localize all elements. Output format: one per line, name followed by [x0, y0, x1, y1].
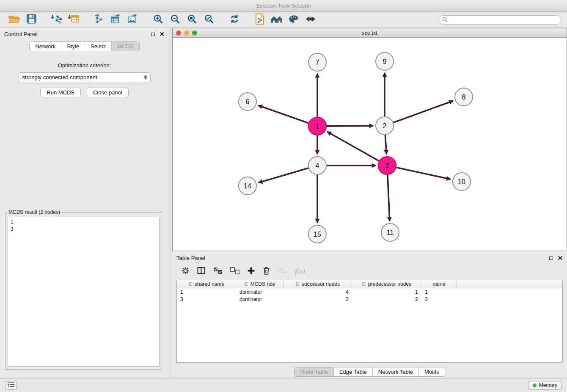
network-document-icon [255, 14, 265, 26]
tab-style[interactable]: Style [61, 42, 85, 51]
graph-edge-1-2[interactable] [327, 126, 373, 126]
graph-edge-3-10[interactable] [396, 168, 451, 179]
network-document-button[interactable] [251, 13, 268, 27]
import-table-button[interactable] [65, 13, 82, 27]
table-panel-title: Table Panel [176, 255, 205, 261]
tab-motifs[interactable]: Motifs [418, 367, 445, 376]
refresh-view-button[interactable] [226, 13, 243, 27]
cell-successor-nodes[interactable]: 4 [284, 289, 352, 295]
delete-table-icon [278, 267, 287, 276]
graph-edge-4-14[interactable] [259, 168, 308, 182]
network-canvas[interactable]: 1234678910111415 [173, 38, 567, 251]
table-settings-gear-icon[interactable] [182, 267, 190, 276]
import-network-button[interactable] [48, 13, 65, 27]
network-view-window: scc.txt × − + 1234678910111415 [172, 28, 567, 251]
float-panel-icon[interactable] [151, 33, 155, 36]
cell-name[interactable]: 1 [421, 289, 457, 295]
column-header-successor-nodes[interactable]: successor nodes [284, 280, 352, 288]
cell-mcds-role[interactable]: dominator [236, 296, 284, 302]
column-header-mcds-role[interactable]: MCDS role [236, 280, 284, 288]
result-line: 3 [11, 226, 157, 233]
zoom-out-button[interactable] [167, 13, 184, 27]
visual-styles-button[interactable] [285, 13, 302, 27]
tab-mcds[interactable]: MCDS [111, 42, 139, 51]
search-input[interactable] [450, 17, 557, 23]
cell-predecessor-nodes[interactable]: 1 [352, 289, 421, 295]
show-graphics-details-button[interactable] [302, 13, 319, 27]
network-window-titlebar[interactable]: scc.txt × − + [173, 28, 567, 38]
close-window-icon[interactable]: × [176, 30, 181, 36]
close-table-panel-icon[interactable]: ✕ [557, 256, 563, 260]
deselect-all-rows-icon[interactable] [230, 267, 239, 276]
export-image-icon [127, 14, 139, 26]
delete-column-icon[interactable] [263, 267, 270, 276]
export-network-icon [93, 14, 105, 26]
table-row[interactable]: 1 dominator 4 1 1 [177, 288, 562, 295]
column-edit-icon [188, 282, 193, 286]
column-edit-icon [295, 282, 300, 286]
column-edit-icon [244, 282, 249, 286]
import-table-icon [68, 14, 80, 26]
column-header-predecessor-nodes[interactable]: predecessor nodes [352, 280, 421, 288]
graph-edge-3-11[interactable] [388, 175, 390, 221]
cell-predecessor-nodes[interactable]: 2 [352, 296, 421, 302]
memory-button[interactable]: Memory [528, 381, 562, 390]
graph-node-label: 4 [316, 162, 319, 169]
export-image-button[interactable] [124, 13, 141, 27]
save-session-button[interactable] [23, 13, 40, 27]
table-row[interactable]: 3 dominator 3 2 3 [177, 295, 562, 303]
criterion-dropdown-value: strongly connected component [22, 74, 97, 80]
export-network-button[interactable] [91, 13, 107, 27]
cell-successor-nodes[interactable]: 3 [284, 296, 352, 302]
first-neighbors-button[interactable] [268, 13, 285, 27]
float-table-panel-icon[interactable] [549, 257, 553, 260]
cell-mcds-role[interactable]: dominator [236, 289, 284, 295]
select-all-rows-icon[interactable] [213, 267, 223, 276]
zoom-selected-button[interactable] [201, 13, 217, 27]
palette-icon [289, 15, 299, 25]
export-table-button[interactable] [107, 13, 124, 27]
mcds-result-text[interactable]: 1 3 [8, 217, 160, 367]
graph-node-label: 10 [458, 178, 465, 185]
network-graph[interactable]: 1234678910111415 [173, 38, 567, 251]
network-window-title: scc.txt [173, 30, 567, 36]
graph-edge-3-1[interactable] [328, 132, 379, 161]
zoom-in-button[interactable] [150, 13, 167, 27]
task-history-button[interactable] [5, 381, 17, 390]
close-panel-icon[interactable]: ✕ [159, 32, 165, 36]
houses-icon [270, 14, 283, 25]
zoom-out-icon [170, 14, 180, 26]
cell-name[interactable]: 3 [421, 296, 457, 302]
cell-shared-name[interactable]: 1 [177, 289, 236, 295]
status-bar: Memory [0, 378, 567, 392]
add-column-icon[interactable] [247, 267, 255, 276]
tab-edge-table[interactable]: Edge Table [333, 367, 372, 376]
table-panel-tabs: Node Table Edge Table Network Table Moti… [172, 365, 567, 378]
column-header-shared-name[interactable]: shared name [177, 280, 236, 288]
mcds-result-box: MCDS result (2 nodes) 1 3 [5, 209, 162, 370]
column-header-name[interactable]: name [421, 280, 457, 288]
split-column-icon[interactable] [197, 267, 206, 276]
graph-node-label: 11 [387, 229, 394, 236]
close-panel-button[interactable]: Close panel [87, 88, 129, 97]
criterion-dropdown[interactable]: strongly connected component [19, 72, 151, 82]
memory-status-icon [533, 384, 537, 387]
zoom-fit-button[interactable] [184, 13, 201, 27]
tab-network[interactable]: Network [30, 42, 61, 51]
open-session-button[interactable] [6, 13, 23, 27]
tab-network-table[interactable]: Network Table [372, 367, 418, 376]
tab-select[interactable]: Select [85, 42, 111, 51]
zoom-window-icon[interactable]: + [192, 30, 197, 36]
dropdown-stepper-icon [143, 75, 150, 80]
cell-shared-name[interactable]: 3 [177, 296, 236, 302]
graph-node-label: 6 [246, 98, 250, 105]
graph-edge-2-8[interactable] [394, 101, 453, 122]
minimize-window-icon[interactable]: − [184, 30, 189, 36]
tab-node-table[interactable]: Node Table [295, 367, 333, 376]
graph-edge-1-6[interactable] [259, 105, 309, 123]
toolbar-search[interactable] [438, 15, 561, 25]
graph-edge-2-3[interactable] [385, 135, 386, 154]
graph-node-label: 7 [316, 59, 319, 66]
run-mcds-button[interactable]: Run MCDS [40, 88, 81, 97]
save-floppy-icon [27, 14, 36, 25]
